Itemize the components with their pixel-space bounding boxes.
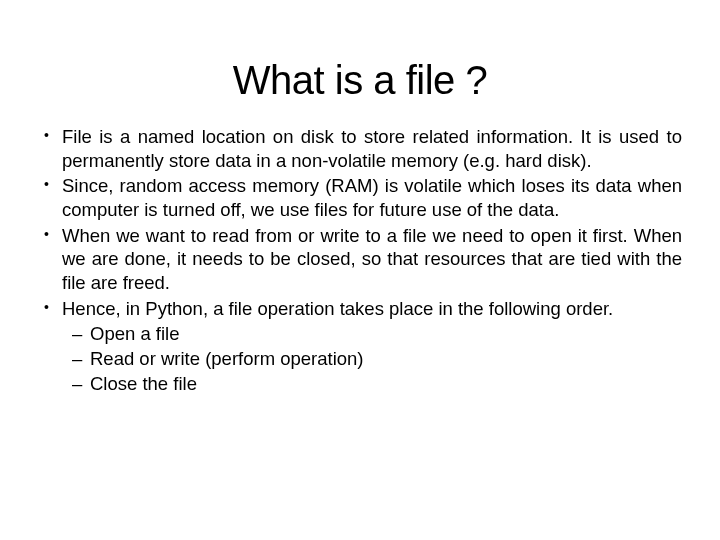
bullet-text: Since, random access memory (RAM) is vol… (62, 175, 682, 220)
bullet-item: File is a named location on disk to stor… (38, 125, 682, 172)
bullet-text: Hence, in Python, a file operation takes… (62, 298, 613, 319)
sub-bullet-list: Open a file Read or write (perform opera… (62, 322, 682, 395)
sub-bullet-item: Read or write (perform operation) (62, 347, 682, 371)
slide: What is a file ? File is a named locatio… (0, 0, 720, 540)
bullet-text: When we want to read from or write to a … (62, 225, 682, 293)
sub-bullet-item: Open a file (62, 322, 682, 346)
sub-bullet-item: Close the file (62, 372, 682, 396)
bullet-item: Hence, in Python, a file operation takes… (38, 297, 682, 396)
bullet-item: When we want to read from or write to a … (38, 224, 682, 295)
bullet-item: Since, random access memory (RAM) is vol… (38, 174, 682, 221)
bullet-list: File is a named location on disk to stor… (38, 125, 682, 395)
slide-title: What is a file ? (38, 58, 682, 103)
bullet-text: File is a named location on disk to stor… (62, 126, 682, 171)
